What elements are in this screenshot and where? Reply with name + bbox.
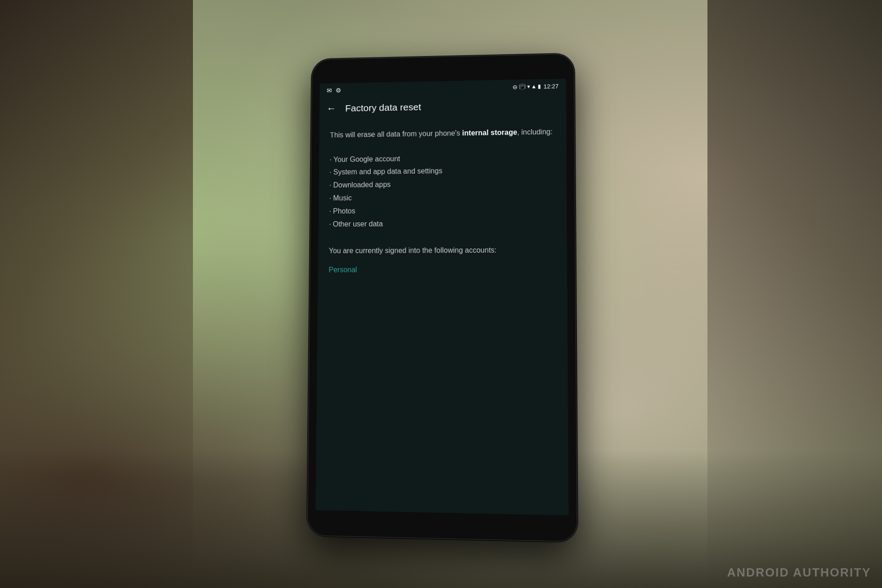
phone-device: ✉ ⚙ ⊖ 📳 ▾ ▲ ▮ 12:27 ← Factory data reset <box>307 54 577 542</box>
battery-icon: ▮ <box>538 83 541 90</box>
back-button[interactable]: ← <box>327 103 336 114</box>
status-time: 12:27 <box>543 83 559 90</box>
phone-screen: ✉ ⚙ ⊖ 📳 ▾ ▲ ▮ 12:27 ← Factory data reset <box>316 79 569 515</box>
wifi-icon: ▾ <box>527 84 530 90</box>
status-bar-right: ⊖ 📳 ▾ ▲ ▮ 12:27 <box>512 83 559 90</box>
list-item: Photos <box>329 203 555 218</box>
status-bar-left: ✉ ⚙ <box>327 87 341 94</box>
toolbar: ← Factory data reset <box>319 92 566 121</box>
screen-content: This will erase all data from your phone… <box>318 117 567 283</box>
settings-icon: ⚙ <box>335 87 341 94</box>
bullet-list: Your Google account System and app data … <box>329 150 555 231</box>
accounts-description: You are currently signed into the follow… <box>329 244 556 257</box>
list-item: Music <box>329 190 556 205</box>
dnd-icon: ⊖ <box>512 84 517 90</box>
watermark: ANDROID AUTHORITY <box>727 565 871 580</box>
personal-account-label: Personal <box>328 266 357 274</box>
page-title: Factory data reset <box>345 102 421 113</box>
description-text: This will erase all data from your phone… <box>330 126 555 141</box>
vibrate-icon: 📳 <box>519 84 526 90</box>
list-item: Other user data <box>329 216 555 231</box>
gmail-icon: ✉ <box>327 87 332 94</box>
signal-icon: ▲ <box>531 83 537 90</box>
signal-icons: ⊖ 📳 ▾ ▲ ▮ <box>512 83 541 90</box>
